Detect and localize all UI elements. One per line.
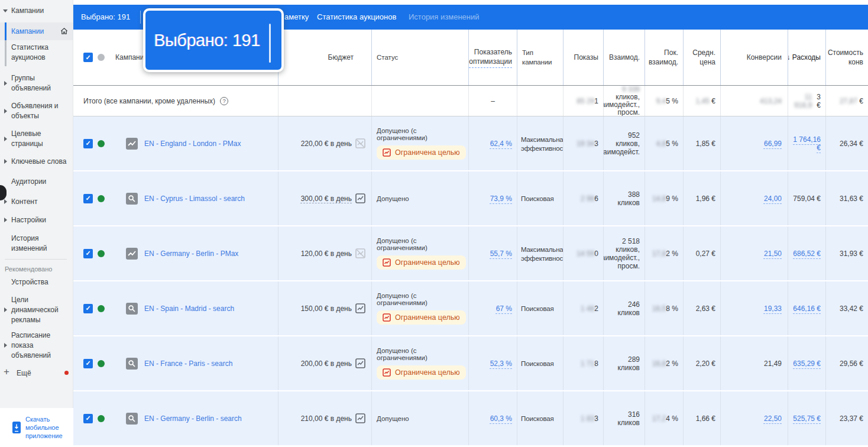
budget-chart-disabled-icon[interactable] xyxy=(355,248,365,258)
cost-per-conversion-cell: 33,42 € xyxy=(825,281,868,335)
toolbar-auction-insights[interactable]: Статистика аукционов xyxy=(317,12,396,21)
table-row: EN - England - London - PMax 220,00 € в … xyxy=(73,116,868,171)
sidebar-item-auction-insights[interactable]: Статистика аукционов xyxy=(0,43,73,63)
col-budget[interactable]: Бюджет xyxy=(328,53,354,62)
conversions-link[interactable]: 24,00 xyxy=(764,195,782,203)
budget-value[interactable]: 210,00 € в день xyxy=(301,414,352,423)
campaign-type: Поисковая xyxy=(521,414,554,423)
row-checkbox[interactable] xyxy=(83,249,93,258)
impressions-cell: 2 986 xyxy=(563,171,603,225)
status-enabled-dot[interactable] xyxy=(98,250,105,257)
sidebar-item-ad-schedule[interactable]: Расписание показа объявлений xyxy=(0,331,73,360)
select-all-checkbox[interactable] xyxy=(83,53,93,62)
limited-by-goal-badge[interactable]: Ограничена целью xyxy=(377,365,466,380)
campaign-name-link[interactable]: EN - France - Paris - search xyxy=(144,359,232,368)
conversions-link[interactable]: 19,33 xyxy=(764,305,782,313)
conversions-link[interactable]: 21,50 xyxy=(764,250,782,258)
totals-interactions: 9 339 кликов, заимодейст., просм. xyxy=(603,86,644,116)
col-cost-sorted[interactable]: ↓ Расходы xyxy=(788,30,825,85)
budget-value[interactable]: 120,00 € в день xyxy=(301,250,352,258)
status-filter-dot[interactable] xyxy=(98,54,105,61)
status-enabled-dot[interactable] xyxy=(98,140,105,147)
sidebar-item-audiences[interactable]: Аудитории xyxy=(0,177,73,187)
sidebar-item-landing-pages[interactable]: Целевые страницы xyxy=(0,129,73,149)
totals-optimization: – xyxy=(468,86,517,116)
limited-by-goal-badge[interactable]: Ограничена целью xyxy=(377,255,466,270)
campaign-name-link[interactable]: EN - Cyprus - Limassol - search xyxy=(144,195,245,203)
sidebar-item-content[interactable]: Контент xyxy=(0,197,73,207)
row-checkbox[interactable] xyxy=(83,304,93,313)
sidebar-item-more[interactable]: + Ещё xyxy=(0,367,73,379)
optimization-score-link[interactable]: 73,9 % xyxy=(490,195,512,203)
sidebar-item-devices[interactable]: Устройства xyxy=(0,277,73,287)
cost-link[interactable]: 635,29 € xyxy=(793,359,821,368)
budget-value[interactable]: 220,00 € в день xyxy=(301,140,352,148)
interactions-cell: 289 кликов xyxy=(603,336,644,390)
budget-chart-icon[interactable] xyxy=(355,413,365,423)
main-content: Выбрано: 191 аметку Статистика аукционов… xyxy=(73,0,868,447)
col-impressions[interactable]: Показы xyxy=(574,53,598,62)
conversions-link[interactable]: 66,99 xyxy=(764,140,782,148)
col-status[interactable]: Статус xyxy=(377,53,398,62)
optimization-score-link[interactable]: 60,3 % xyxy=(490,414,512,423)
interactions-cell: 246 кликов xyxy=(603,281,644,335)
interaction-rate-cell: 16,82 % xyxy=(644,336,683,390)
cost-link[interactable]: 686,52 € xyxy=(793,250,821,258)
budget-chart-disabled-icon[interactable] xyxy=(355,138,365,148)
budget-value[interactable]: 300,00 € в день xyxy=(301,195,352,203)
status-enabled-dot[interactable] xyxy=(98,305,105,312)
campaign-type: Поисковая xyxy=(521,359,554,368)
limited-by-goal-badge[interactable]: Ограничена целью xyxy=(377,310,466,325)
campaign-type: Поисковая xyxy=(521,194,554,203)
col-cost-per-conversion[interactable]: Стоимость конв xyxy=(826,48,863,67)
interactions-cell: 388 кликов xyxy=(603,171,644,225)
limited-by-goal-badge[interactable]: Ограничена целью xyxy=(377,145,466,160)
row-checkbox[interactable] xyxy=(83,414,93,423)
col-avg-cost[interactable]: Средн. цена xyxy=(684,48,715,67)
campaign-name-link[interactable]: EN - Spain - Madrid - search xyxy=(144,305,234,313)
chevron-right-icon xyxy=(4,159,7,164)
status-enabled-dot[interactable] xyxy=(98,415,105,422)
sidebar-item-change-history[interactable]: История изменений xyxy=(0,234,73,254)
table-row: EN - Spain - Madrid - search 150,00 € в … xyxy=(73,281,868,336)
avg-cost-cell: 2,63 € xyxy=(683,281,720,335)
row-checkbox[interactable] xyxy=(83,194,93,203)
help-question-icon[interactable]: ? xyxy=(220,97,228,105)
sidebar-item-campaigns-active[interactable]: Кампании xyxy=(0,22,73,40)
sidebar-group-campaigns[interactable]: Кампании xyxy=(0,6,73,15)
col-campaign-type[interactable]: Тип кампании xyxy=(522,48,563,67)
cost-link[interactable]: 646,16 € xyxy=(793,305,821,313)
conversions-link[interactable]: 22,50 xyxy=(764,414,782,423)
optimization-score-link[interactable]: 55,7 % xyxy=(490,250,512,258)
optimization-score-link[interactable]: 67 % xyxy=(496,305,512,313)
col-optimization-score[interactable]: Показатель оптимизации xyxy=(468,30,517,85)
row-checkbox[interactable] xyxy=(83,359,93,368)
status-text: Допущено (с ограничениями) xyxy=(377,292,468,306)
sidebar-section-recommended: Рекомендовано xyxy=(0,264,73,273)
col-conversions[interactable]: Конверсии xyxy=(747,53,782,62)
budget-chart-icon[interactable] xyxy=(355,303,365,313)
status-enabled-dot[interactable] xyxy=(98,195,105,202)
download-app-link[interactable]: Скачать мобильное приложение xyxy=(0,408,73,447)
budget-value[interactable]: 200,00 € в день xyxy=(301,359,352,368)
sidebar-item-dynamic-ad-targets[interactable]: Цели динамической рекламы xyxy=(0,295,73,325)
sidebar-item-ad-groups[interactable]: Группы объявлений xyxy=(0,73,73,93)
row-checkbox[interactable] xyxy=(83,139,93,148)
campaign-name-link[interactable]: EN - England - London - PMax xyxy=(144,140,241,148)
col-interaction-rate[interactable]: Пок. взаимод. xyxy=(645,48,678,67)
cost-link[interactable]: 525,75 € xyxy=(793,414,821,423)
col-interactions[interactable]: Взаимод. xyxy=(609,53,640,62)
budget-value[interactable]: 150,00 € в день xyxy=(301,305,352,313)
optimization-score-link[interactable]: 52,3 % xyxy=(490,359,512,368)
campaign-name-link[interactable]: EN - Germany - Berlin - search xyxy=(144,414,242,423)
sidebar-item-ads-assets[interactable]: Объявления и объекты xyxy=(0,101,73,121)
sidebar-item-keywords[interactable]: Ключевые слова xyxy=(0,157,73,167)
budget-chart-icon[interactable] xyxy=(355,358,365,368)
cost-link[interactable]: 1 764,16 € xyxy=(788,135,821,152)
toolbar-add-note-partial[interactable]: аметку xyxy=(284,12,309,21)
sidebar-item-settings[interactable]: Настройки xyxy=(0,215,73,225)
budget-chart-icon[interactable] xyxy=(355,193,365,203)
status-enabled-dot[interactable] xyxy=(98,360,105,367)
campaign-name-link[interactable]: EN - Germany - Berlin - PMax xyxy=(144,250,238,258)
optimization-score-link[interactable]: 62,4 % xyxy=(490,140,512,148)
